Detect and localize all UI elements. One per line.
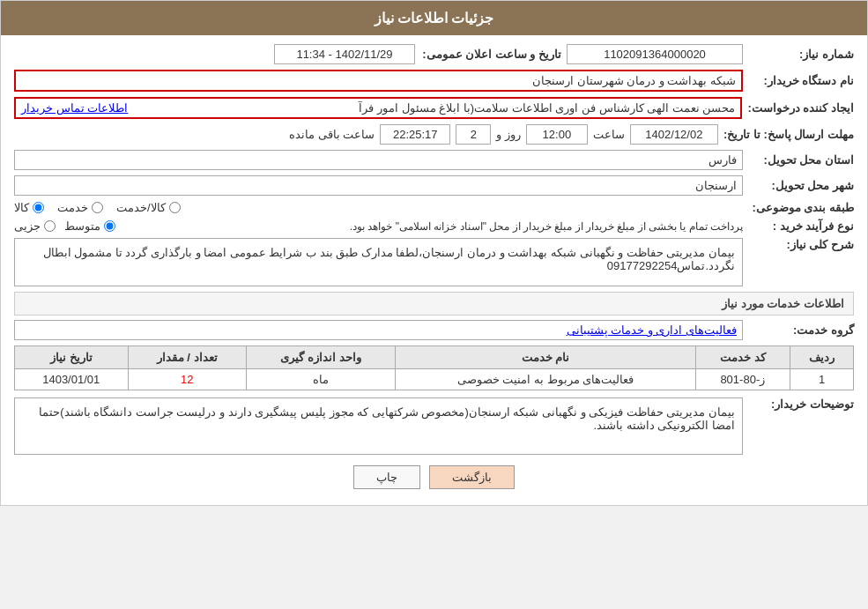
col-tedad: تعداد / مقدار bbox=[128, 346, 246, 369]
radio-kala-khedmat-label: کالا/خدمت bbox=[116, 201, 166, 214]
mohlat-date: 1402/12/02 bbox=[630, 124, 718, 145]
radio-jozi[interactable]: جزیی bbox=[14, 219, 56, 233]
tosif-value: بیمان مدیریتی حفاظت فیزیکی و نگهبانی شبک… bbox=[14, 397, 743, 455]
nam-dastgah-value: شبکه بهداشت و درمان شهرستان ارسنجان bbox=[14, 70, 743, 92]
radio-khedmat-label: خدمت bbox=[57, 201, 88, 214]
mohlat-rooz-label: روز و bbox=[496, 128, 521, 141]
nam-dastgah-label: نام دستگاه خریدار: bbox=[748, 74, 854, 87]
col-vahed: واحد اندازه گیری bbox=[246, 346, 395, 369]
mohlat-rooz: 2 bbox=[456, 124, 491, 145]
radio-kala-khedmat[interactable]: کالا/خدمت bbox=[116, 201, 181, 214]
tarikh-value: 1402/11/29 - 11:34 bbox=[274, 44, 415, 64]
ostan-label: استان محل تحویل: bbox=[748, 153, 854, 167]
cell-radif: 1 bbox=[790, 369, 854, 390]
col-kod: کد خدمت bbox=[695, 346, 790, 369]
back-button[interactable]: بازگشت bbox=[429, 465, 515, 489]
radio-kala-label: کالا bbox=[14, 201, 29, 214]
radio-khedmat[interactable]: خدمت bbox=[57, 201, 103, 214]
mohlat-baqi-label: ساعت باقی مانده bbox=[289, 128, 375, 141]
mohlat-saat-label: ساعت bbox=[593, 128, 625, 141]
shomare-niaz-value: 1102091364000020 bbox=[567, 44, 743, 64]
mohlat-saat: 12:00 bbox=[526, 124, 588, 145]
ijad-link[interactable]: اطلاعات تماس خریدار bbox=[21, 101, 128, 115]
ijad-value: محسن نعمت الهی کارشناس فن اوری اطلاعات س… bbox=[14, 97, 742, 119]
goroh-value: فعالیت‌های اداری و خدمات پشتیبانی bbox=[14, 320, 743, 340]
page-title: جزئیات اطلاعات نیاز bbox=[1, 1, 867, 35]
table-row: 1 ز-80-801 فعالیت‌های مربوط به امنیت خصو… bbox=[15, 369, 854, 390]
cell-nam: فعالیت‌های مربوط به امنیت خصوصی bbox=[396, 369, 695, 390]
cell-vahed: ماه bbox=[246, 369, 395, 390]
noe-farayand-note: پرداخت تمام یا بخشی از مبلغ خریدار از مب… bbox=[124, 220, 743, 233]
tabaghebandi-label: طبقه بندی موضوعی: bbox=[748, 201, 854, 214]
radio-kala[interactable]: کالا bbox=[14, 201, 44, 214]
col-tarikh: تاریخ نیاز bbox=[15, 346, 129, 369]
cell-tedad: 12 bbox=[128, 369, 246, 390]
cell-tarikh: 1403/01/01 bbox=[15, 369, 129, 390]
radio-jozi-label: جزیی bbox=[14, 219, 41, 233]
ostan-value: فارس bbox=[14, 150, 743, 170]
noe-farayand-label: نوع فرآیند خرید : bbox=[748, 219, 854, 233]
ijad-text: محسن نعمت الهی کارشناس فن اوری اطلاعات س… bbox=[131, 101, 735, 115]
mohlat-baqi: 22:25:17 bbox=[380, 124, 450, 145]
radio-motavaset[interactable]: متوسط bbox=[64, 219, 115, 233]
services-table: ردیف کد خدمت نام خدمت واحد اندازه گیری ت… bbox=[14, 345, 854, 390]
col-nam: نام خدمت bbox=[396, 346, 695, 369]
tabaghebandi-radio-group: کالا/خدمت خدمت کالا bbox=[14, 201, 743, 214]
radio-motavaset-label: متوسط bbox=[64, 219, 100, 233]
shahr-value: ارسنجان bbox=[14, 175, 743, 196]
print-button[interactable]: چاپ bbox=[353, 465, 420, 489]
col-radif: ردیف bbox=[790, 346, 854, 369]
tosif-label: توضیحات خریدار: bbox=[748, 397, 854, 411]
sharh-label: شرح کلی نیاز: bbox=[748, 238, 854, 251]
shahr-label: شهر محل تحویل: bbox=[748, 179, 854, 192]
cell-kod: ز-80-801 bbox=[695, 369, 790, 390]
buttons-row: بازگشت چاپ bbox=[14, 465, 854, 489]
ijad-label: ایجاد کننده درخواست: bbox=[747, 101, 854, 115]
goroh-label: گروه خدمت: bbox=[748, 323, 854, 337]
mohlat-label: مهلت ارسال پاسخ: تا تاریخ: bbox=[723, 128, 854, 141]
sharh-value: بیمان مدیریتی حفاظت و نگهبانی شبکه بهداش… bbox=[14, 238, 743, 286]
khadamat-section-title: اطلاعات خدمات مورد نیاز bbox=[14, 292, 854, 316]
tarikh-label: تاریخ و ساعت اعلان عمومی: bbox=[420, 48, 561, 61]
shomare-niaz-label: شماره نیاز: bbox=[748, 48, 854, 61]
